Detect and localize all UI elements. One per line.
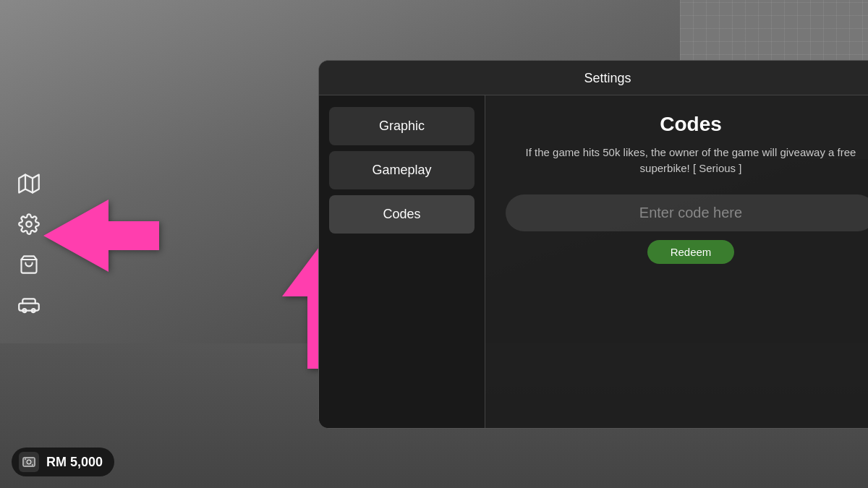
gear-icon[interactable] <box>13 208 45 240</box>
settings-title: Settings <box>319 61 868 95</box>
codes-title: Codes <box>506 113 868 136</box>
sidebar <box>13 168 45 321</box>
tab-gameplay[interactable]: Gameplay <box>329 151 475 189</box>
code-input-wrapper <box>506 194 868 231</box>
codes-panel: Codes If the game hits 50k likes, the ow… <box>485 95 868 428</box>
map-icon[interactable] <box>13 168 45 200</box>
svg-point-3 <box>26 221 32 227</box>
bag-icon[interactable] <box>13 249 45 281</box>
currency-bar: RM 5,000 <box>12 448 114 476</box>
svg-rect-5 <box>19 303 39 310</box>
settings-nav: Graphic Gameplay Codes <box>319 95 485 428</box>
car-icon[interactable] <box>13 289 45 321</box>
svg-marker-0 <box>19 174 39 192</box>
settings-modal: Settings Graphic Gameplay Codes Codes If… <box>318 60 868 429</box>
codes-description: If the game hits 50k likes, the owner of… <box>506 145 868 177</box>
currency-amount: RM 5,000 <box>46 455 103 470</box>
settings-title-text: Settings <box>584 71 631 85</box>
currency-icon <box>19 452 39 472</box>
settings-body: Graphic Gameplay Codes Codes If the game… <box>319 95 868 428</box>
code-input[interactable] <box>520 205 861 221</box>
tab-codes[interactable]: Codes <box>329 195 475 234</box>
tab-graphic[interactable]: Graphic <box>329 107 475 145</box>
svg-rect-10 <box>22 457 35 467</box>
svg-marker-8 <box>43 200 159 272</box>
redeem-button[interactable]: Redeem <box>647 240 735 264</box>
arrow-left-indicator <box>43 200 159 275</box>
